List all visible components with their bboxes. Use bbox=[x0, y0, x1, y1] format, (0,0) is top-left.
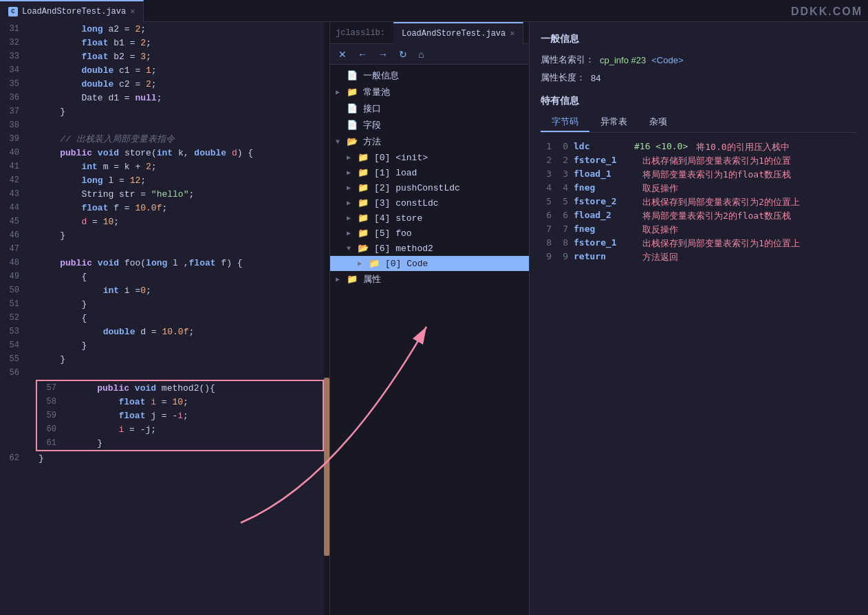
tree-label-attributes: 属性 bbox=[363, 273, 381, 285]
tree-item-method-load[interactable]: ▶ 📁 [1] load bbox=[330, 165, 529, 180]
tree-arrow-constldc: ▶ bbox=[347, 199, 355, 207]
code-line-43: 43 String str = "hello"; bbox=[0, 187, 329, 201]
tree-item-method-init[interactable]: ▶ 📁 [0] <init> bbox=[330, 150, 529, 165]
tree-toolbar: ✕ ← → ↻ ⌂ bbox=[330, 44, 529, 65]
tree-item-method-foo[interactable]: ▶ 📁 [5] foo bbox=[330, 226, 529, 241]
tab-bytecode[interactable]: 字节码 bbox=[541, 113, 589, 132]
code-line-61: 61 } bbox=[37, 436, 323, 450]
refresh-button[interactable]: ↻ bbox=[396, 47, 410, 61]
tab-misc[interactable]: 杂项 bbox=[638, 113, 678, 132]
code-line-31: 31 long a2 = 2; bbox=[0, 22, 329, 36]
jclasslib-tab-bar: jclasslib: LoadAndStoreTest.java ✕ bbox=[330, 22, 529, 44]
tree-label-method-foo: [5] foo bbox=[374, 228, 412, 239]
folder-icon-code: 📁 bbox=[369, 258, 380, 269]
jclasslib-tab[interactable]: LoadAndStoreTest.java ✕ bbox=[393, 22, 523, 44]
tree-item-constant-pool[interactable]: ▶ 📁 常量池 bbox=[330, 84, 529, 100]
tree-item-fields[interactable]: 📄 字段 bbox=[330, 117, 529, 133]
folder-icon-pushconstldc: 📁 bbox=[358, 182, 369, 193]
back-button[interactable]: ← bbox=[355, 47, 370, 61]
editor-tab-label: LoadAndStoreTest.java bbox=[22, 7, 126, 17]
code-line-50: 50 int i =0; bbox=[0, 283, 329, 297]
bytecode-tabs: 字节码 异常表 杂项 bbox=[541, 113, 857, 133]
code-line-55: 55 } bbox=[0, 352, 329, 366]
code-line-34: 34 double c1 = 1; bbox=[0, 63, 329, 77]
tree-panel: jclasslib: LoadAndStoreTest.java ✕ ✕ ← →… bbox=[330, 22, 530, 615]
home-button[interactable]: ⌂ bbox=[415, 47, 426, 61]
folder-icon-init: 📁 bbox=[358, 152, 369, 163]
code-line-45: 45 d = 10; bbox=[0, 215, 329, 228]
attr-index-label: 属性名索引： bbox=[541, 54, 594, 66]
code-line-48: 48 public void foo(long l ,float f) { bbox=[0, 256, 329, 270]
bytecode-table: 1 0 ldc #16 <10.0> 将10.0的引用压入栈中 2 2 fsto… bbox=[541, 141, 857, 263]
tree-arrow-pushconstldc: ▶ bbox=[347, 184, 355, 192]
tree-item-method-pushconstldc[interactable]: ▶ 📁 [2] pushConstLdc bbox=[330, 180, 529, 195]
tree-item-code[interactable]: ▶ 📁 [0] Code bbox=[330, 256, 529, 271]
watermark: DDKK.COM bbox=[791, 6, 862, 18]
bytecode-row-1: 1 0 ldc #16 <10.0> 将10.0的引用压入栈中 bbox=[541, 141, 857, 153]
main-content: 31 long a2 = 2; 32 float b1 = 2; 33 floa… bbox=[0, 22, 868, 615]
tree-content[interactable]: 📄 一般信息 ▶ 📁 常量池 📄 接口 📄 bbox=[330, 65, 529, 615]
attr-index-row: 属性名索引： cp_info #23 <Code> bbox=[541, 54, 857, 66]
jclasslib-tab-label: LoadAndStoreTest.java bbox=[402, 29, 506, 39]
section-general-title: 一般信息 bbox=[541, 33, 857, 45]
code-line-32: 32 float b1 = 2; bbox=[0, 36, 329, 50]
scrollbar-thumb[interactable] bbox=[324, 378, 329, 556]
folder-icon-store: 📁 bbox=[358, 213, 369, 224]
code-line-60: 60 i = -j; bbox=[37, 422, 323, 436]
attr-index-code: <Code> bbox=[651, 55, 683, 65]
bytecode-row-4: 4 4 fneg 取反操作 bbox=[541, 182, 857, 195]
tab-exception-table[interactable]: 异常表 bbox=[589, 113, 638, 132]
folder-icon-constant-pool: 📁 bbox=[347, 87, 358, 98]
tree-item-method-store[interactable]: ▶ 📁 [4] store bbox=[330, 211, 529, 226]
code-line-37: 37 } bbox=[0, 105, 329, 118]
file-icon-interface: 📄 bbox=[347, 103, 358, 114]
section-special-title: 特有信息 bbox=[541, 95, 857, 107]
code-line-47: 47 bbox=[0, 242, 329, 256]
code-line-39: 39 // 出栈装入局部变量表指令 bbox=[0, 132, 329, 146]
tree-arrow-methods: ▼ bbox=[336, 138, 344, 146]
scrollbar-track[interactable] bbox=[324, 22, 329, 615]
code-line-33: 33 float b2 = 3; bbox=[0, 50, 329, 63]
code-line-40: 40 public void store(int k, double d) { bbox=[0, 146, 329, 160]
tree-item-methods[interactable]: ▼ 📂 方法 bbox=[330, 133, 529, 150]
tree-arrow-store: ▶ bbox=[347, 214, 355, 222]
code-line-62: 62 } bbox=[0, 451, 329, 465]
code-line-49: 49 { bbox=[0, 270, 329, 283]
code-line-54: 54 } bbox=[0, 338, 329, 352]
tree-label-fields: 字段 bbox=[363, 119, 381, 131]
tree-arrow-constant-pool: ▶ bbox=[336, 88, 344, 96]
attr-index-link[interactable]: cp_info #23 bbox=[600, 55, 646, 65]
code-editor[interactable]: 31 long a2 = 2; 32 float b1 = 2; 33 floa… bbox=[0, 22, 330, 615]
code-line-56: 56 bbox=[0, 366, 329, 380]
editor-tab-close[interactable]: ✕ bbox=[130, 6, 135, 17]
folder-icon-method2: 📂 bbox=[358, 243, 369, 254]
tree-label-methods: 方法 bbox=[363, 136, 381, 148]
java-icon: C bbox=[8, 7, 18, 17]
tree-label-method-pushconstldc: [2] pushConstLdc bbox=[374, 183, 460, 193]
bytecode-row-3: 3 3 fload_1 将局部变量表索引为1的float数压栈 bbox=[541, 169, 857, 181]
forward-button[interactable]: → bbox=[376, 47, 391, 61]
code-line-58: 58 float i = 10; bbox=[37, 395, 323, 409]
bytecode-row-5: 5 5 fstore_2 出栈保存到局部变量表索引为2的位置上 bbox=[541, 196, 857, 208]
folder-icon-methods: 📂 bbox=[347, 136, 358, 147]
jclasslib-tab-close[interactable]: ✕ bbox=[510, 28, 514, 39]
close-button[interactable]: ✕ bbox=[336, 47, 349, 61]
tree-item-attributes[interactable]: ▶ 📁 属性 bbox=[330, 271, 529, 288]
tree-arrow-method2: ▼ bbox=[347, 245, 355, 252]
tree-arrow-init: ▶ bbox=[347, 153, 355, 162]
editor-tab[interactable]: C LoadAndStoreTest.java ✕ bbox=[0, 0, 144, 22]
code-line-38: 38 bbox=[0, 118, 329, 132]
tree-label-method-constldc: [3] constLdc bbox=[374, 198, 439, 208]
tree-label-method-load: [1] load bbox=[374, 168, 417, 178]
tree-arrow-code: ▶ bbox=[358, 259, 366, 268]
tree-label-method-init: [0] <init> bbox=[374, 153, 428, 163]
tree-item-interface[interactable]: 📄 接口 bbox=[330, 100, 529, 117]
tree-label-code: [0] Code bbox=[385, 259, 428, 269]
code-line-51: 51 } bbox=[0, 297, 329, 311]
tree-item-method-constldc[interactable]: ▶ 📁 [3] constLdc bbox=[330, 195, 529, 211]
attr-length-value: 84 bbox=[591, 73, 600, 83]
folder-icon-constldc: 📁 bbox=[358, 197, 369, 208]
bytecode-row-8: 8 8 fstore_1 出栈保存到局部变量表索引为1的位置上 bbox=[541, 237, 857, 250]
tree-item-method-method2[interactable]: ▼ 📂 [6] method2 bbox=[330, 241, 529, 256]
tree-item-general-info[interactable]: 📄 一般信息 bbox=[330, 67, 529, 84]
